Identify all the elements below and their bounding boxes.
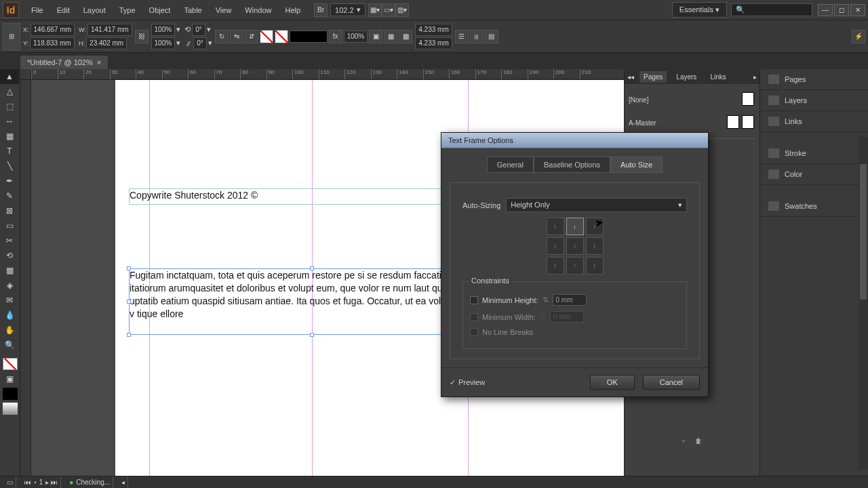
flip-h-icon[interactable]: ⇋ xyxy=(230,30,243,43)
menu-type[interactable]: Type xyxy=(113,2,142,18)
frame-handle[interactable] xyxy=(310,333,314,337)
vertical-scrollbar[interactable] xyxy=(859,137,868,469)
menu-help[interactable]: Help xyxy=(278,2,307,18)
menu-window[interactable]: Window xyxy=(238,2,278,18)
constrain-icon[interactable]: ⛓ xyxy=(135,30,149,43)
anchor-tl[interactable]: ↕ xyxy=(547,218,564,235)
ruler-origin[interactable] xyxy=(20,69,31,80)
min-height-field[interactable]: 0 mm xyxy=(553,294,587,306)
bridge-icon[interactable]: Br xyxy=(314,3,328,17)
shear-angle[interactable]: 0° xyxy=(193,37,207,49)
links-tab[interactable]: Links xyxy=(706,71,730,83)
rectangle-frame-tool[interactable]: ⊠ xyxy=(0,203,19,218)
panel-stroke[interactable]: Stroke xyxy=(760,143,868,164)
note-tool[interactable]: ✉ xyxy=(0,293,19,308)
frame-handle[interactable] xyxy=(127,266,131,270)
preview-checkbox[interactable]: ✓Preview xyxy=(450,378,485,387)
anchor-bc[interactable]: ↑ xyxy=(566,257,584,274)
auto-sizing-select[interactable]: Height Only▾ xyxy=(506,198,687,212)
direct-selection-tool[interactable]: △ xyxy=(0,84,19,99)
gradient-swatch-tool[interactable]: ▦ xyxy=(0,263,19,278)
anchor-bl[interactable]: ↕ xyxy=(547,257,564,274)
tab-auto-size[interactable]: Auto Size xyxy=(610,157,663,173)
screen-mode-icon[interactable]: ▭▾ xyxy=(382,3,395,17)
close-button[interactable]: ✕ xyxy=(850,4,865,16)
x-position[interactable]: 146.667 mm xyxy=(31,24,75,36)
text-wrap-2-icon[interactable]: ▦ xyxy=(384,30,397,43)
scale-y[interactable]: 100% xyxy=(151,37,176,49)
text-frame-body[interactable]: Fugitam inctatquam, tota et quis aceperu… xyxy=(129,268,495,335)
maximize-button[interactable]: ◻ xyxy=(834,4,849,16)
tab-baseline-options[interactable]: Baseline Options xyxy=(534,157,610,173)
panel-swatches[interactable]: Swatches xyxy=(760,196,868,217)
panel-pages[interactable]: Pages xyxy=(760,69,868,90)
scissors-tool[interactable]: ✂ xyxy=(0,233,19,248)
apply-color-icon[interactable] xyxy=(3,388,18,400)
fill-stroke-swap[interactable] xyxy=(3,358,18,370)
menu-object[interactable]: Object xyxy=(142,2,178,18)
fill-none-icon[interactable] xyxy=(260,30,273,43)
menu-layout[interactable]: Layout xyxy=(77,2,113,18)
effects-icon[interactable]: fx xyxy=(329,30,342,43)
anchor-br[interactable]: ↕ xyxy=(586,257,604,274)
width-field[interactable]: 141.417 mm xyxy=(87,24,132,36)
anchor-tr[interactable]: ↕ xyxy=(586,218,604,235)
text-wrap-1-icon[interactable]: ▣ xyxy=(369,30,382,43)
gradient-feather-tool[interactable]: ◈ xyxy=(0,278,19,293)
gap-tool[interactable]: ↔ xyxy=(0,114,19,129)
view-percent[interactable]: ▭ xyxy=(4,476,16,488)
tab-general[interactable]: General xyxy=(487,157,534,173)
content-collector-tool[interactable]: ▦ xyxy=(0,129,19,144)
menu-view[interactable]: View xyxy=(209,2,239,18)
view-options-icon[interactable]: ▦▾ xyxy=(368,3,382,17)
zoom-level[interactable]: 102.2▾ xyxy=(330,3,366,16)
y-position[interactable]: 118.833 mm xyxy=(30,37,75,49)
arrange-icon[interactable]: ▥▾ xyxy=(395,3,409,17)
layers-tab[interactable]: Layers xyxy=(672,71,701,83)
panel-links[interactable]: Links xyxy=(760,111,868,132)
minimize-button[interactable]: — xyxy=(818,4,833,16)
corner-radius-1[interactable]: 4.233 mm xyxy=(415,24,452,36)
frame-handle[interactable] xyxy=(127,333,131,337)
preflight-status[interactable]: ● Checking... xyxy=(66,476,113,488)
workspace-switcher[interactable]: Essentials ▾ xyxy=(672,2,727,18)
anchor-ml[interactable]: ↕ xyxy=(547,237,564,255)
scrollbar-thumb[interactable] xyxy=(860,164,867,300)
height-field[interactable]: 23.402 mm xyxy=(86,37,127,49)
new-page-icon[interactable]: ▫ xyxy=(678,436,689,446)
hand-tool[interactable]: ✋ xyxy=(0,323,19,338)
min-height-checkbox[interactable] xyxy=(470,296,478,304)
text-wrap-3-icon[interactable]: ▩ xyxy=(399,30,412,43)
menu-file[interactable]: File xyxy=(24,2,50,18)
columns-icon[interactable]: ☰ xyxy=(455,30,469,43)
stroke-style[interactable] xyxy=(290,30,328,43)
anchor-mr[interactable]: ↕ xyxy=(586,237,604,255)
panel-collapse-icon[interactable]: ◂◂ xyxy=(627,73,634,81)
vertical-ruler[interactable] xyxy=(20,80,31,483)
master-a-row[interactable]: A-Master xyxy=(629,111,755,134)
flip-v-icon[interactable]: ⇵ xyxy=(245,30,258,43)
status-errors[interactable]: ◂ xyxy=(119,476,128,488)
align-icon[interactable]: ▤ xyxy=(485,30,498,43)
gutter-icon[interactable]: ⫼ xyxy=(470,30,484,43)
rotate-90-icon[interactable]: ↻ xyxy=(215,30,229,43)
reference-point-icon[interactable]: ⊞ xyxy=(3,23,20,50)
document-tab[interactable]: *Untitled-7 @ 102%× xyxy=(20,56,108,69)
page-tool[interactable]: ⬚ xyxy=(0,99,19,114)
close-tab-icon[interactable]: × xyxy=(97,58,101,66)
rectangle-tool[interactable]: ▭ xyxy=(0,218,19,233)
search-input[interactable]: 🔍 xyxy=(731,3,812,16)
opacity-field[interactable]: 100% xyxy=(344,30,368,43)
anchor-tc[interactable]: ↓ xyxy=(566,218,584,235)
corner-radius-2[interactable]: 4.233 mm xyxy=(415,37,452,49)
pages-tab[interactable]: Pages xyxy=(639,71,667,83)
eyedropper-tool[interactable]: 💧 xyxy=(0,308,19,323)
page-navigator[interactable]: ⏮ ◂ 1 ▸ ⏭ xyxy=(22,476,61,488)
delete-page-icon[interactable]: 🗑 xyxy=(691,436,706,446)
horizontal-ruler[interactable]: 0102030405060708090100110120130140150160… xyxy=(31,69,624,80)
formatting-container-icon[interactable]: ▣ xyxy=(0,371,19,386)
selection-tool[interactable]: ▲ xyxy=(0,69,19,84)
pen-tool[interactable]: ✒ xyxy=(0,174,19,188)
stepper-icon[interactable]: ⇅ xyxy=(542,296,549,304)
type-tool[interactable]: T xyxy=(0,144,19,159)
